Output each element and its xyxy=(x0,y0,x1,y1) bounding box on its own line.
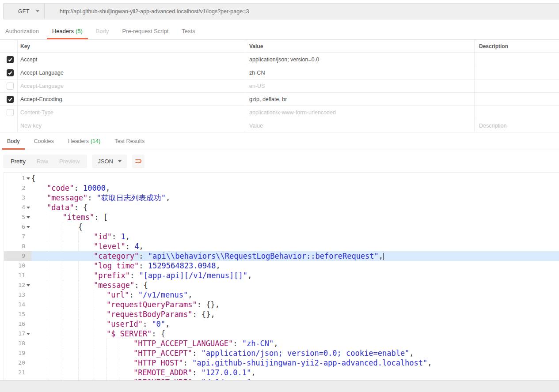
chevron-down-icon xyxy=(118,160,122,162)
format-select[interactable]: JSON xyxy=(92,155,127,168)
key-cell-text: Content-Type xyxy=(20,109,53,116)
value-cell[interactable]: application/x-www-form-urlencoded xyxy=(245,106,474,119)
header-row-checkbox[interactable] xyxy=(7,109,14,116)
url-bar: GET http://api.github-shuijingwan-yii2-a… xyxy=(3,3,559,19)
url-input[interactable]: http://api.github-shuijingwan-yii2-app-a… xyxy=(45,4,559,19)
key-cell-text: Accept-Language xyxy=(20,83,64,89)
text-cursor xyxy=(383,253,384,260)
response-tab-test-results[interactable]: Test Results xyxy=(110,134,149,150)
new-key-input[interactable]: New key xyxy=(18,119,245,132)
header-row-checkbox[interactable] xyxy=(7,83,14,90)
key-cell[interactable]: Accept-Language xyxy=(18,79,245,92)
key-cell[interactable]: Accept xyxy=(18,53,245,66)
key-cell[interactable]: Accept-Language xyxy=(18,66,245,79)
indent-guide xyxy=(63,339,63,348)
header-row-checkbox[interactable] xyxy=(7,56,14,63)
indent-guide xyxy=(94,339,94,348)
description-cell[interactable] xyxy=(474,53,559,66)
request-tabs: AuthorizationHeaders(5)BodyPre-request S… xyxy=(0,24,559,40)
indent-guide xyxy=(63,348,63,358)
request-tab-tests[interactable]: Tests xyxy=(176,24,200,39)
request-tab-authorization[interactable]: Authorization xyxy=(0,24,44,39)
value-cell[interactable]: zh-CN xyxy=(245,66,474,79)
method-selector[interactable]: GET xyxy=(4,4,45,19)
description-cell[interactable] xyxy=(474,93,559,106)
tab-label: Headers xyxy=(68,138,89,144)
fold-toggle[interactable] xyxy=(25,280,31,290)
indent-guide xyxy=(47,212,47,222)
code-line-3: 3"message": "获取日志列表成功", xyxy=(4,193,559,203)
request-headers-table: Key Value Description Acceptapplication/… xyxy=(0,40,559,132)
fold-spacer xyxy=(25,290,31,300)
fold-spacer xyxy=(25,193,31,203)
fold-toggle[interactable] xyxy=(25,212,31,222)
description-cell[interactable] xyxy=(474,106,559,119)
header-row-checkbox[interactable] xyxy=(7,69,14,76)
code-line-9: 9"category": "api\\behaviors\\RequestLog… xyxy=(4,251,559,261)
header-row-checkbox[interactable] xyxy=(7,96,14,103)
key-cell[interactable]: Accept-Encoding xyxy=(18,93,245,106)
request-tab-pre-request-script[interactable]: Pre-request Script xyxy=(117,24,174,39)
description-cell[interactable] xyxy=(474,79,559,92)
line-number: 6 xyxy=(4,222,25,232)
response-body-editor[interactable]: 1{2"code": 10000,3"message": "获取日志列表成功",… xyxy=(4,172,559,380)
response-tab-headers[interactable]: Headers(14) xyxy=(63,134,105,150)
view-mode-pretty[interactable]: Pretty xyxy=(11,158,26,165)
line-number: 20 xyxy=(4,358,25,368)
indent-guide xyxy=(94,290,94,300)
code-text: "$_SERVER": { xyxy=(31,329,559,339)
indent-guide xyxy=(63,280,63,290)
new-description-input[interactable]: Description xyxy=(474,119,559,132)
value-cell[interactable]: application/json; version=0.0 xyxy=(245,53,474,66)
line-number: 1 xyxy=(4,173,25,183)
check-icon xyxy=(8,70,13,75)
indent-guide xyxy=(120,368,120,377)
indent-guide xyxy=(94,300,94,309)
code-line-12: 12"message": { xyxy=(4,280,559,290)
header-row-accept-encoding: Accept-Encodinggzip, deflate, br xyxy=(0,93,559,106)
fold-toggle[interactable] xyxy=(25,203,31,212)
request-tab-headers[interactable]: Headers(5) xyxy=(47,24,88,39)
indent-guide xyxy=(47,300,47,309)
fold-spacer xyxy=(25,339,31,348)
tab-label: Tests xyxy=(182,28,195,34)
line-number: 17 xyxy=(4,329,25,339)
indent-guide xyxy=(63,271,63,280)
value-cell[interactable]: gzip, deflate, br xyxy=(245,93,474,106)
indent-guide xyxy=(106,368,107,377)
fold-spacer xyxy=(25,348,31,358)
code-line-17: 17"$_SERVER": { xyxy=(4,329,559,339)
indent-guide xyxy=(47,261,47,271)
indent-guide xyxy=(78,280,79,290)
request-tab-body[interactable]: Body xyxy=(91,24,114,39)
description-cell[interactable] xyxy=(474,66,559,79)
new-value-input[interactable]: Value xyxy=(245,119,474,132)
view-mode-raw[interactable]: Raw xyxy=(37,158,48,165)
indent-guide xyxy=(106,339,107,348)
indent-guide xyxy=(94,329,94,339)
fold-toggle[interactable] xyxy=(25,222,31,232)
key-cell-text: Accept-Encoding xyxy=(20,96,62,102)
value-cell[interactable]: en-US xyxy=(245,79,474,92)
code-text: "code": 10000, xyxy=(31,183,559,193)
view-mode-preview[interactable]: Preview xyxy=(59,158,80,165)
code-line-6: 6{ xyxy=(4,222,559,232)
key-cell[interactable]: Content-Type xyxy=(18,106,245,119)
response-tab-body[interactable]: Body xyxy=(2,134,25,150)
code-line-14: 14"requestQueryParams": {}, xyxy=(4,300,559,309)
code-text: "id": 1, xyxy=(31,232,559,241)
code-text: "url": "/v1/menus", xyxy=(31,290,559,300)
wrap-lines-button[interactable] xyxy=(132,155,145,168)
horizontal-scrollbar[interactable] xyxy=(0,380,559,392)
code-line-5: 5"items": [ xyxy=(4,212,559,222)
code-text: "userId": "0", xyxy=(31,319,559,329)
fold-spacer xyxy=(25,251,31,261)
indent-guide xyxy=(63,241,63,251)
fold-toggle[interactable] xyxy=(25,173,31,183)
indent-guide xyxy=(106,348,107,358)
fold-toggle[interactable] xyxy=(25,329,31,339)
indent-guide xyxy=(106,358,107,368)
indent-guide xyxy=(78,271,79,280)
response-tab-cookies[interactable]: Cookies xyxy=(29,134,59,150)
fold-spacer xyxy=(25,261,31,271)
